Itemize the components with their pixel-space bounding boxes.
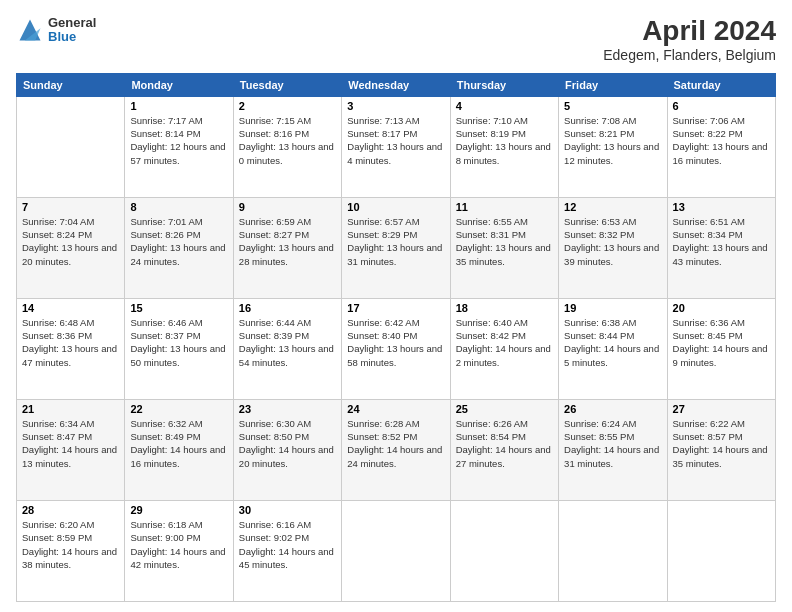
day-number: 3: [347, 100, 444, 112]
day-cell: 20 Sunrise: 6:36 AMSunset: 8:45 PMDaylig…: [667, 298, 775, 399]
week-row-3: 14 Sunrise: 6:48 AMSunset: 8:36 PMDaylig…: [17, 298, 776, 399]
day-number: 4: [456, 100, 553, 112]
title-block: April 2024 Edegem, Flanders, Belgium: [603, 16, 776, 63]
day-cell: [342, 500, 450, 601]
day-number: 8: [130, 201, 227, 213]
day-detail: Sunrise: 7:08 AMSunset: 8:21 PMDaylight:…: [564, 114, 661, 167]
day-cell: 28 Sunrise: 6:20 AMSunset: 8:59 PMDaylig…: [17, 500, 125, 601]
day-number: 28: [22, 504, 119, 516]
calendar-table: Sunday Monday Tuesday Wednesday Thursday…: [16, 73, 776, 602]
col-saturday: Saturday: [667, 73, 775, 96]
logo: General Blue: [16, 16, 96, 45]
day-number: 13: [673, 201, 770, 213]
day-detail: Sunrise: 6:59 AMSunset: 8:27 PMDaylight:…: [239, 215, 336, 268]
day-cell: 16 Sunrise: 6:44 AMSunset: 8:39 PMDaylig…: [233, 298, 341, 399]
calendar-body: 1 Sunrise: 7:17 AMSunset: 8:14 PMDayligh…: [17, 96, 776, 601]
day-cell: 12 Sunrise: 6:53 AMSunset: 8:32 PMDaylig…: [559, 197, 667, 298]
day-cell: 19 Sunrise: 6:38 AMSunset: 8:44 PMDaylig…: [559, 298, 667, 399]
day-cell: 23 Sunrise: 6:30 AMSunset: 8:50 PMDaylig…: [233, 399, 341, 500]
day-cell: 2 Sunrise: 7:15 AMSunset: 8:16 PMDayligh…: [233, 96, 341, 197]
day-detail: Sunrise: 7:10 AMSunset: 8:19 PMDaylight:…: [456, 114, 553, 167]
day-detail: Sunrise: 6:40 AMSunset: 8:42 PMDaylight:…: [456, 316, 553, 369]
calendar-header: Sunday Monday Tuesday Wednesday Thursday…: [17, 73, 776, 96]
day-detail: Sunrise: 6:42 AMSunset: 8:40 PMDaylight:…: [347, 316, 444, 369]
day-cell: 4 Sunrise: 7:10 AMSunset: 8:19 PMDayligh…: [450, 96, 558, 197]
day-cell: 3 Sunrise: 7:13 AMSunset: 8:17 PMDayligh…: [342, 96, 450, 197]
day-number: 10: [347, 201, 444, 213]
day-number: 21: [22, 403, 119, 415]
day-number: 15: [130, 302, 227, 314]
day-cell: [559, 500, 667, 601]
day-number: 20: [673, 302, 770, 314]
day-detail: Sunrise: 6:36 AMSunset: 8:45 PMDaylight:…: [673, 316, 770, 369]
day-detail: Sunrise: 6:55 AMSunset: 8:31 PMDaylight:…: [456, 215, 553, 268]
col-thursday: Thursday: [450, 73, 558, 96]
col-tuesday: Tuesday: [233, 73, 341, 96]
day-number: 16: [239, 302, 336, 314]
day-detail: Sunrise: 6:44 AMSunset: 8:39 PMDaylight:…: [239, 316, 336, 369]
logo-icon: [16, 16, 44, 44]
day-detail: Sunrise: 6:22 AMSunset: 8:57 PMDaylight:…: [673, 417, 770, 470]
week-row-2: 7 Sunrise: 7:04 AMSunset: 8:24 PMDayligh…: [17, 197, 776, 298]
day-number: 22: [130, 403, 227, 415]
day-detail: Sunrise: 6:38 AMSunset: 8:44 PMDaylight:…: [564, 316, 661, 369]
day-cell: 27 Sunrise: 6:22 AMSunset: 8:57 PMDaylig…: [667, 399, 775, 500]
logo-text: General Blue: [48, 16, 96, 45]
day-cell: [667, 500, 775, 601]
day-detail: Sunrise: 7:17 AMSunset: 8:14 PMDaylight:…: [130, 114, 227, 167]
col-monday: Monday: [125, 73, 233, 96]
day-number: 14: [22, 302, 119, 314]
day-cell: [450, 500, 558, 601]
col-wednesday: Wednesday: [342, 73, 450, 96]
day-number: 30: [239, 504, 336, 516]
day-detail: Sunrise: 6:46 AMSunset: 8:37 PMDaylight:…: [130, 316, 227, 369]
calendar-subtitle: Edegem, Flanders, Belgium: [603, 47, 776, 63]
day-detail: Sunrise: 6:48 AMSunset: 8:36 PMDaylight:…: [22, 316, 119, 369]
day-number: 17: [347, 302, 444, 314]
day-number: 1: [130, 100, 227, 112]
week-row-4: 21 Sunrise: 6:34 AMSunset: 8:47 PMDaylig…: [17, 399, 776, 500]
day-detail: Sunrise: 6:51 AMSunset: 8:34 PMDaylight:…: [673, 215, 770, 268]
day-number: 5: [564, 100, 661, 112]
day-number: 29: [130, 504, 227, 516]
day-detail: Sunrise: 7:01 AMSunset: 8:26 PMDaylight:…: [130, 215, 227, 268]
day-cell: 14 Sunrise: 6:48 AMSunset: 8:36 PMDaylig…: [17, 298, 125, 399]
week-row-5: 28 Sunrise: 6:20 AMSunset: 8:59 PMDaylig…: [17, 500, 776, 601]
day-cell: 8 Sunrise: 7:01 AMSunset: 8:26 PMDayligh…: [125, 197, 233, 298]
day-number: 27: [673, 403, 770, 415]
day-detail: Sunrise: 6:53 AMSunset: 8:32 PMDaylight:…: [564, 215, 661, 268]
day-detail: Sunrise: 6:26 AMSunset: 8:54 PMDaylight:…: [456, 417, 553, 470]
logo-line2: Blue: [48, 30, 96, 44]
day-cell: 24 Sunrise: 6:28 AMSunset: 8:52 PMDaylig…: [342, 399, 450, 500]
day-cell: 21 Sunrise: 6:34 AMSunset: 8:47 PMDaylig…: [17, 399, 125, 500]
day-cell: 13 Sunrise: 6:51 AMSunset: 8:34 PMDaylig…: [667, 197, 775, 298]
day-cell: 18 Sunrise: 6:40 AMSunset: 8:42 PMDaylig…: [450, 298, 558, 399]
day-cell: 25 Sunrise: 6:26 AMSunset: 8:54 PMDaylig…: [450, 399, 558, 500]
day-cell: 9 Sunrise: 6:59 AMSunset: 8:27 PMDayligh…: [233, 197, 341, 298]
day-detail: Sunrise: 6:34 AMSunset: 8:47 PMDaylight:…: [22, 417, 119, 470]
day-detail: Sunrise: 7:13 AMSunset: 8:17 PMDaylight:…: [347, 114, 444, 167]
day-number: 7: [22, 201, 119, 213]
col-sunday: Sunday: [17, 73, 125, 96]
day-number: 12: [564, 201, 661, 213]
day-number: 18: [456, 302, 553, 314]
day-cell: 11 Sunrise: 6:55 AMSunset: 8:31 PMDaylig…: [450, 197, 558, 298]
day-detail: Sunrise: 6:30 AMSunset: 8:50 PMDaylight:…: [239, 417, 336, 470]
day-cell: 30 Sunrise: 6:16 AMSunset: 9:02 PMDaylig…: [233, 500, 341, 601]
col-friday: Friday: [559, 73, 667, 96]
day-detail: Sunrise: 6:16 AMSunset: 9:02 PMDaylight:…: [239, 518, 336, 571]
day-detail: Sunrise: 7:06 AMSunset: 8:22 PMDaylight:…: [673, 114, 770, 167]
day-cell: 29 Sunrise: 6:18 AMSunset: 9:00 PMDaylig…: [125, 500, 233, 601]
day-cell: 1 Sunrise: 7:17 AMSunset: 8:14 PMDayligh…: [125, 96, 233, 197]
day-detail: Sunrise: 6:24 AMSunset: 8:55 PMDaylight:…: [564, 417, 661, 470]
calendar-title: April 2024: [603, 16, 776, 47]
day-cell: 7 Sunrise: 7:04 AMSunset: 8:24 PMDayligh…: [17, 197, 125, 298]
day-number: 25: [456, 403, 553, 415]
day-cell: 10 Sunrise: 6:57 AMSunset: 8:29 PMDaylig…: [342, 197, 450, 298]
day-detail: Sunrise: 6:18 AMSunset: 9:00 PMDaylight:…: [130, 518, 227, 571]
day-cell: 22 Sunrise: 6:32 AMSunset: 8:49 PMDaylig…: [125, 399, 233, 500]
page: General Blue April 2024 Edegem, Flanders…: [0, 0, 792, 612]
logo-line1: General: [48, 16, 96, 30]
day-number: 2: [239, 100, 336, 112]
week-row-1: 1 Sunrise: 7:17 AMSunset: 8:14 PMDayligh…: [17, 96, 776, 197]
